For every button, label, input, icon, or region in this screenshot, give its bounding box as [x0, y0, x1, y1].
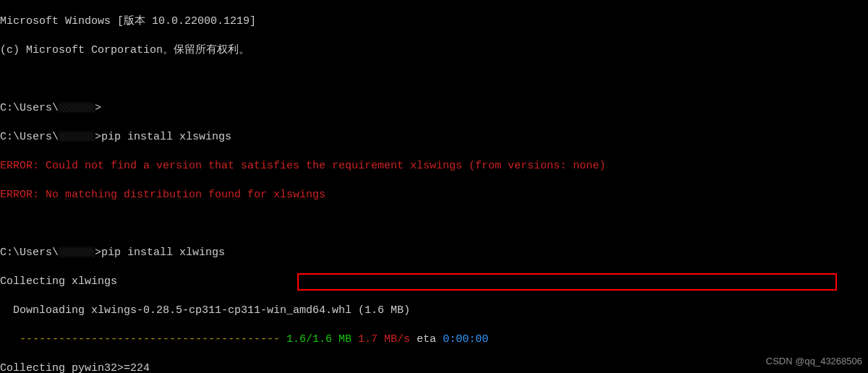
prompt-text: C:\Users\ [0, 102, 59, 114]
redacted-username-icon [59, 103, 95, 113]
os-version-line: Microsoft Windows [版本 10.0.22000.1219] [0, 14, 868, 29]
progress-done-size: 1.6/1.6 MB [286, 333, 352, 346]
downloading-line-1: Downloading xlwings-0.28.5-cp311-cp311-w… [0, 304, 868, 318]
progress-rate: 1.7 MB/s [352, 333, 410, 346]
progress-bar-dashes: ---------------------------------------- [0, 333, 286, 346]
error-line-1: ERROR: Could not find a version that sat… [0, 159, 868, 173]
blank-line [0, 217, 868, 231]
redacted-username-icon [59, 247, 95, 257]
prompt-text: C:\Users\ [0, 246, 59, 259]
error-line-2: ERROR: No matching distribution found fo… [0, 188, 868, 202]
csdn-watermark: CSDN @qq_43268506 [766, 354, 862, 369]
progress-eta-label: eta [410, 333, 443, 346]
prompt-arrow: > [95, 102, 101, 114]
typed-command: pip install xlwings [101, 246, 225, 259]
progress-eta-time: 0:00:00 [443, 333, 488, 346]
collecting-line-1: Collecting xlwings [0, 275, 868, 289]
prompt-arrow: > [95, 246, 101, 259]
prompt-line-cmd2: C:\Users\>pip install xlwings [0, 246, 868, 260]
blank-line [0, 72, 868, 87]
redacted-username-icon [59, 132, 95, 142]
collecting-line-2: Collecting pywin32>=224 [0, 361, 868, 373]
progress-line-1: ----------------------------------------… [0, 333, 868, 347]
copyright-line: (c) Microsoft Corporation。保留所有权利。 [0, 43, 868, 58]
prompt-line-cmd1: C:\Users\>pip install xlswings [0, 130, 868, 145]
command-prompt-terminal[interactable]: Microsoft Windows [版本 10.0.22000.1219] (… [0, 0, 868, 373]
prompt-arrow: > [95, 131, 101, 143]
prompt-line-empty: C:\Users\> [0, 101, 868, 116]
typed-command: pip install xlswings [101, 131, 231, 143]
prompt-text: C:\Users\ [0, 131, 59, 143]
